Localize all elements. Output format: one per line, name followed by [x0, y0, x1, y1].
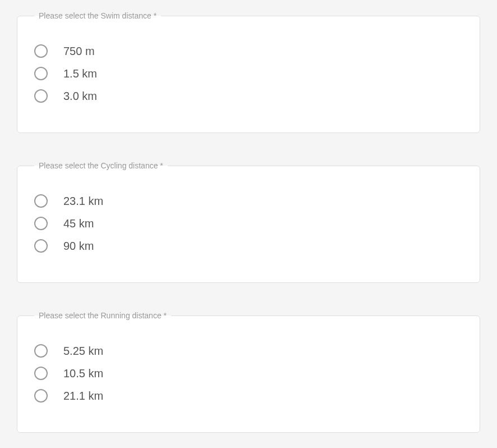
- swim-option-0-label: 750 m: [63, 45, 95, 58]
- swim-option-2-label: 3.0 km: [63, 90, 97, 103]
- running-option-1[interactable]: 10.5 km: [34, 362, 463, 385]
- radio-icon: [34, 367, 48, 380]
- running-option-2[interactable]: 21.1 km: [34, 385, 463, 407]
- cycling-option-1-label: 45 km: [63, 217, 94, 230]
- cycling-option-2-label: 90 km: [63, 240, 94, 253]
- radio-icon: [34, 389, 48, 403]
- radio-icon: [34, 67, 48, 80]
- cycling-option-1[interactable]: 45 km: [34, 212, 463, 235]
- radio-icon: [34, 344, 48, 358]
- swim-distance-legend: Please select the Swim distance *: [34, 11, 161, 20]
- running-option-0-label: 5.25 km: [63, 345, 103, 358]
- swim-option-1[interactable]: 1.5 km: [34, 62, 463, 85]
- running-distance-group: Please select the Running distance * 5.2…: [17, 311, 480, 433]
- swim-option-0[interactable]: 750 m: [34, 40, 463, 62]
- cycling-distance-legend: Please select the Cycling distance *: [34, 161, 168, 170]
- swim-option-1-label: 1.5 km: [63, 67, 97, 80]
- radio-icon: [34, 89, 48, 103]
- swim-option-2[interactable]: 3.0 km: [34, 85, 463, 107]
- radio-icon: [34, 217, 48, 230]
- running-option-1-label: 10.5 km: [63, 367, 103, 380]
- cycling-distance-group: Please select the Cycling distance * 23.…: [17, 161, 480, 283]
- swim-distance-group: Please select the Swim distance * 750 m …: [17, 11, 480, 133]
- running-option-2-label: 21.1 km: [63, 390, 103, 403]
- cycling-option-0-label: 23.1 km: [63, 195, 103, 208]
- cycling-option-0[interactable]: 23.1 km: [34, 190, 463, 212]
- running-option-0[interactable]: 5.25 km: [34, 340, 463, 362]
- radio-icon: [34, 239, 48, 253]
- cycling-option-2[interactable]: 90 km: [34, 235, 463, 257]
- running-distance-legend: Please select the Running distance *: [34, 311, 171, 320]
- radio-icon: [34, 194, 48, 208]
- radio-icon: [34, 44, 48, 58]
